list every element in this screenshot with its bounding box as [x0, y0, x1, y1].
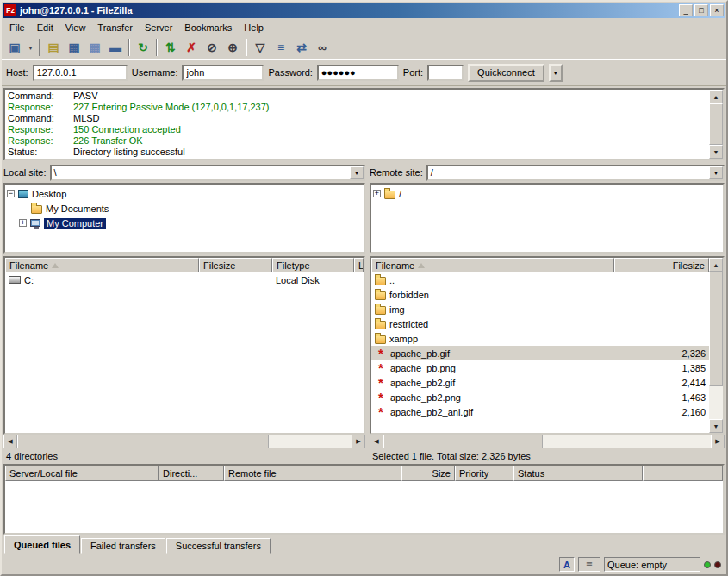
site-manager-icon[interactable]: ▣	[4, 38, 25, 57]
column-priority[interactable]: Priority	[455, 466, 513, 481]
scroll-down-icon[interactable]: ▼	[709, 145, 723, 159]
file-row[interactable]: forbidden	[371, 287, 709, 302]
file-row[interactable]: restricted	[371, 316, 709, 331]
column-status[interactable]: Status	[513, 466, 643, 481]
menu-edit[interactable]: Edit	[31, 20, 59, 35]
scroll-right-icon[interactable]: ▶	[711, 435, 725, 448]
file-row[interactable]: *apache_pb.png 1,385	[371, 360, 709, 375]
site-manager-dropdown-icon[interactable]: ▼	[25, 38, 36, 57]
app-icon: Fz	[4, 4, 16, 16]
combo-dropdown-icon[interactable]: ▼	[350, 166, 364, 179]
file-row[interactable]: *apache_pb2.gif 2,414	[371, 375, 709, 390]
minimize-button[interactable]: _	[679, 4, 693, 16]
tab-successful-transfers[interactable]: Successful transfers	[166, 538, 271, 554]
column-filename[interactable]: Filename	[5, 258, 199, 272]
sync-browsing-icon[interactable]: ⇄	[291, 38, 312, 57]
tree-item-my-documents[interactable]: My Documents	[7, 201, 362, 216]
local-site-combo[interactable]: \ ▼	[50, 165, 365, 181]
quickconnect-dropdown-icon[interactable]: ▼	[549, 64, 563, 82]
collapse-icon[interactable]: −	[7, 190, 15, 197]
column-filename[interactable]: Filename	[371, 258, 614, 272]
transfer-queue: Server/Local file Directi... Remote file…	[3, 464, 725, 535]
scroll-right-icon[interactable]: ▶	[352, 435, 365, 448]
tree-item-root[interactable]: + /	[373, 186, 721, 201]
password-input[interactable]	[317, 65, 399, 81]
file-row[interactable]: xampp	[371, 331, 709, 346]
disconnect-icon[interactable]: ⊘	[202, 38, 222, 57]
tree-item-my-computer[interactable]: + My Computer	[7, 216, 362, 230]
file-row[interactable]: *apache_pb2_ani.gif 2,160	[371, 404, 709, 419]
menu-file[interactable]: File	[3, 20, 31, 35]
compare-icon[interactable]: ≡	[271, 38, 291, 57]
column-filesize[interactable]: Filesize	[199, 258, 272, 272]
scroll-left-icon[interactable]: ◀	[370, 435, 383, 448]
scrollbar-thumb[interactable]	[709, 272, 723, 386]
column-filesize[interactable]: Filesize	[614, 258, 709, 272]
file-row[interactable]: *apache_pb2.png 1,463	[371, 390, 709, 404]
find-icon[interactable]: ∞	[312, 38, 333, 57]
menu-view[interactable]: View	[59, 20, 92, 35]
filezilla-window: Fz john@127.0.0.1 - FileZilla _ □ × File…	[0, 0, 728, 576]
expand-icon[interactable]: +	[373, 190, 381, 197]
remote-vscrollbar[interactable]: ▲ ▼	[709, 258, 723, 433]
column-size[interactable]: Size	[401, 466, 455, 481]
close-button[interactable]: ×	[710, 4, 724, 16]
menu-help[interactable]: Help	[238, 20, 270, 35]
scrollbar-thumb[interactable]	[383, 435, 543, 448]
file-row[interactable]: C: Local Disk	[5, 272, 364, 287]
scroll-left-icon[interactable]: ◀	[3, 435, 17, 448]
maximize-button[interactable]: □	[694, 4, 708, 16]
remote-hscrollbar[interactable]: ◀ ▶	[370, 435, 725, 448]
file-row-selected[interactable]: *apache_pb.gif 2,326	[371, 346, 709, 360]
folder-icon	[375, 321, 386, 329]
column-last-modified[interactable]: L	[354, 258, 364, 272]
menu-transfer[interactable]: Transfer	[91, 20, 139, 35]
column-remote-file[interactable]: Remote file	[224, 466, 401, 481]
remote-site-combo[interactable]: / ▼	[426, 165, 725, 181]
title-bar[interactable]: Fz john@127.0.0.1 - FileZilla _ □ ×	[3, 3, 725, 18]
scroll-up-icon[interactable]: ▲	[709, 258, 723, 272]
log-scrollbar[interactable]: ▲ ▼	[709, 90, 723, 159]
scroll-up-icon[interactable]: ▲	[709, 90, 723, 103]
remote-tree[interactable]: + /	[370, 183, 725, 254]
speedlimit-icon[interactable]: ≣	[578, 557, 600, 572]
local-list-body[interactable]: C: Local Disk	[5, 272, 364, 433]
refresh-icon[interactable]: ↻	[133, 38, 153, 57]
filter-icon[interactable]: ▽	[250, 38, 271, 57]
cancel-icon[interactable]: ✗	[181, 38, 202, 57]
toggle-remote-tree-icon[interactable]: ▦	[84, 38, 105, 57]
remote-list-body[interactable]: .. forbidden img restricted	[371, 272, 709, 433]
tab-queued-files[interactable]: Queued files	[4, 535, 80, 554]
menu-bookmarks[interactable]: Bookmarks	[178, 20, 238, 35]
quickconnect-button[interactable]: Quickconnect	[468, 64, 544, 82]
menu-server[interactable]: Server	[139, 20, 178, 35]
folder-icon	[375, 306, 386, 315]
toggle-local-tree-icon[interactable]: ▦	[64, 38, 84, 57]
toggle-queue-icon[interactable]: ▬	[105, 38, 126, 57]
scrollbar-thumb[interactable]	[17, 435, 269, 448]
column-direction[interactable]: Directi...	[159, 466, 224, 481]
tree-item-desktop[interactable]: − Desktop	[7, 186, 362, 201]
local-tree[interactable]: − Desktop My Documents + My Computer	[3, 183, 365, 254]
port-input[interactable]	[427, 65, 464, 81]
column-server-local-file[interactable]: Server/Local file	[5, 466, 159, 481]
scrollbar-thumb[interactable]	[709, 103, 723, 145]
expand-icon[interactable]: +	[19, 219, 27, 227]
scroll-down-icon[interactable]: ▼	[709, 419, 723, 433]
toggle-log-icon[interactable]: ▤	[43, 38, 64, 57]
column-filetype[interactable]: Filetype	[272, 258, 354, 272]
combo-dropdown-icon[interactable]: ▼	[709, 166, 723, 179]
local-status-text: 4 directories	[3, 448, 365, 464]
file-row[interactable]: img	[371, 302, 709, 316]
queue-body[interactable]	[5, 481, 723, 533]
tab-failed-transfers[interactable]: Failed transfers	[81, 538, 165, 554]
folder-icon	[375, 335, 386, 344]
local-hscrollbar[interactable]: ◀ ▶	[3, 435, 365, 448]
process-queue-icon[interactable]: ⇅	[160, 38, 181, 57]
username-input[interactable]	[182, 65, 264, 81]
local-site-value[interactable]: \	[52, 166, 350, 179]
host-input[interactable]	[33, 65, 128, 81]
remote-site-value[interactable]: /	[428, 166, 709, 179]
reconnect-icon[interactable]: ⊕	[222, 38, 243, 57]
file-row[interactable]: ..	[371, 272, 709, 287]
